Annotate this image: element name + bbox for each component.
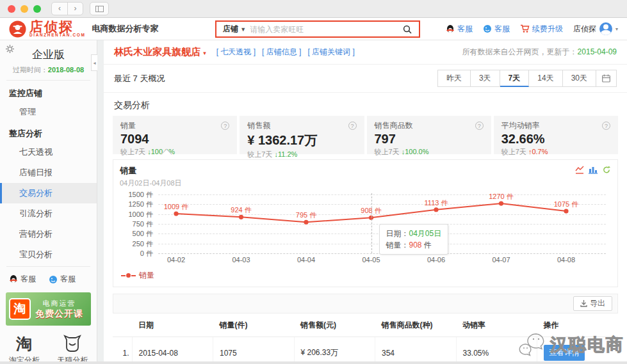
search-category-dropdown[interactable]: 店铺 ▼ (216, 24, 250, 35)
section-title: 交易分析 (104, 93, 627, 116)
shop-link[interactable]: [ 七天透视 ] (216, 47, 256, 58)
point-label: 924 件 (219, 205, 264, 215)
line-chart-icon[interactable] (575, 166, 584, 174)
view-detail-button[interactable]: 查看详情 (544, 345, 585, 361)
zoom-window-button[interactable] (33, 5, 41, 13)
card-delta: 较上7天 ↓100.0% (120, 147, 229, 157)
chevron-down-icon: ▾ (615, 26, 618, 32)
app-logo[interactable]: 店侦探 DIANZHENTAN.COM (9, 20, 85, 38)
wangwang-service-link[interactable]: 客服 (49, 274, 76, 285)
table-row: 1.2015-04-081075¥ 206.33万35433.05%查看详情 (113, 337, 618, 364)
shop-link[interactable]: [ 店铺信息 ] (262, 47, 301, 58)
logo-domain: DIANZHENTAN.COM (29, 33, 85, 37)
data-point-04-04[interactable] (304, 220, 308, 225)
metric-cards-row: 销量?7094较上7天 ↓100.0%销售额?¥ 1362.17万较上7天 ↓1… (104, 116, 627, 154)
sidebar-item-管理[interactable]: 管理 (0, 102, 97, 122)
account-label: 店侦探 (573, 24, 596, 35)
chart-tooltip: 日期：04月05日销量：908 件 (379, 224, 449, 255)
data-point-04-08[interactable] (564, 209, 568, 213)
sidebar-item-营销分析[interactable]: 营销分析 (0, 224, 97, 244)
chart-title: 销量 (120, 165, 611, 177)
main-content: 林氏木业家具旗舰店 ▾ [ 七天透视 ][ 店铺信息 ][ 店铺关键词 ] 所有… (104, 40, 627, 363)
settings-gear-icon[interactable] (6, 45, 14, 53)
sidebar-collapse-handle[interactable]: ◂ (91, 54, 97, 71)
qq-service-link[interactable]: 客服 (9, 274, 36, 285)
delta-prefix: 较上7天 (375, 148, 402, 155)
cell-rate: 33.05% (456, 337, 537, 364)
tool-天猫分析[interactable]: 天猫分析 (49, 333, 97, 364)
account-menu[interactable]: 店侦探 ▾ (573, 22, 618, 35)
divider (6, 80, 90, 81)
metric-card-销量[interactable]: 销量?7094较上7天 ↓100.0% (113, 116, 237, 154)
card-delta: 较上7天 ↓100.0% (375, 147, 484, 157)
sidebar-toggle-button[interactable] (90, 2, 109, 15)
help-icon[interactable]: ? (221, 122, 229, 130)
point-label: 795 件 (284, 210, 329, 220)
range-button-14天[interactable]: 14天 (529, 70, 562, 87)
qq-service-link[interactable]: 客服 (446, 24, 473, 35)
close-window-button[interactable] (8, 5, 15, 13)
app-tagline: 电商数据分析专家 (92, 23, 158, 35)
download-icon (580, 300, 587, 307)
tool-淘宝分析[interactable]: 淘淘宝分析 (0, 333, 49, 364)
sidebar-item-店铺日报[interactable]: 店铺日报 (0, 162, 97, 183)
range-button-3天[interactable]: 3天 (471, 70, 500, 87)
metric-card-平均动销率[interactable]: 平均动销率?32.66%较上7天 ↑0.7% (494, 116, 618, 154)
tools-grid: 淘淘宝分析天猫分析无线分析降权查询直通车推广☆店铺DSR (0, 327, 97, 364)
search-button[interactable] (396, 22, 419, 36)
bar-chart-icon[interactable] (589, 166, 598, 174)
data-point-04-06[interactable] (434, 207, 438, 212)
sidebar-item-引流分析[interactable]: 引流分析 (0, 203, 97, 224)
wangwang-service-link[interactable]: 客服 (483, 24, 510, 35)
app-header: 店侦探 DIANZHENTAN.COM 电商数据分析专家 店铺 ▼ 客服 (0, 18, 627, 40)
expire-date: 过期时间：2018-08-08 (0, 65, 97, 75)
range-button-7天[interactable]: 7天 (500, 70, 530, 87)
sidebar-item-宝贝分析[interactable]: 宝贝分析 (0, 244, 97, 265)
metric-card-销售额[interactable]: 销售额?¥ 1362.17万较上7天 ↓11.2% (240, 116, 364, 154)
search-input[interactable] (250, 25, 396, 34)
sidebar-item-七天透视[interactable]: 七天透视 (0, 142, 97, 162)
export-button[interactable]: 导出 (573, 296, 612, 311)
daily-data-table: 日期销量(件)销售额(元)销售商品数(种)动销率操作 1.2015-04-081… (113, 313, 618, 363)
data-point-04-07[interactable] (499, 202, 503, 206)
card-label: 销量 (120, 120, 136, 131)
sidebar-menu: 监控店铺管理整店分析七天透视店铺日报交易分析引流分析营销分析宝贝分析 (0, 82, 97, 265)
help-icon[interactable]: ? (348, 122, 357, 130)
user-avatar (599, 22, 612, 35)
range-button-30天[interactable]: 30天 (563, 70, 596, 87)
renew-upgrade-link[interactable]: 续费升级 (520, 24, 563, 35)
x-axis-tick: 04-07 (476, 256, 527, 264)
card-value: 7094 (120, 132, 229, 146)
card-delta: 较上7天 ↑0.7% (501, 147, 610, 157)
table-toolbar: 导出 (113, 294, 618, 313)
range-button-昨天[interactable]: 昨天 (437, 70, 471, 87)
course-ad-banner[interactable]: 淘 电商运营 免费公开课 (6, 292, 91, 326)
x-axis-tick: 04-05 (346, 256, 397, 264)
metric-card-销售商品数[interactable]: 销售商品数?797较上7天 ↓100.0% (367, 116, 491, 154)
data-point-04-03[interactable] (239, 215, 243, 219)
y-axis-tick: 1000 件 (120, 210, 153, 219)
calendar-button[interactable] (596, 70, 617, 87)
chart-legend[interactable]: 销量 (121, 270, 154, 281)
help-icon[interactable]: ? (475, 122, 484, 130)
shop-name-dropdown[interactable]: 林氏木业家具旗舰店 ▾ (114, 46, 206, 58)
help-icon[interactable]: ? (602, 122, 610, 130)
y-axis-tick: 500 件 (120, 229, 153, 239)
divider (6, 266, 90, 267)
table-col-num (113, 313, 132, 337)
shop-link[interactable]: [ 店铺关键词 ] (307, 47, 354, 58)
data-point-04-02[interactable] (174, 212, 178, 216)
back-button[interactable]: ‹ (52, 3, 67, 15)
line-chart[interactable]: 1500 件1250 件1000 件750 件500 件250 件0 件1009… (120, 191, 611, 284)
delta-prefix: 较上7天 (120, 148, 147, 155)
card-value: ¥ 1362.17万 (247, 132, 356, 149)
refresh-icon[interactable] (602, 166, 611, 174)
forward-button[interactable]: › (67, 3, 83, 15)
minimize-window-button[interactable] (20, 5, 28, 13)
logo-text: 店侦探 (29, 21, 85, 33)
sidebar-item-交易分析[interactable]: 交易分析 (0, 183, 97, 203)
y-axis-tick: 0 件 (120, 249, 153, 258)
card-delta: 较上7天 ↓11.2% (247, 150, 356, 159)
cell-action: 查看详情 (537, 337, 619, 364)
cart-icon (520, 24, 530, 33)
